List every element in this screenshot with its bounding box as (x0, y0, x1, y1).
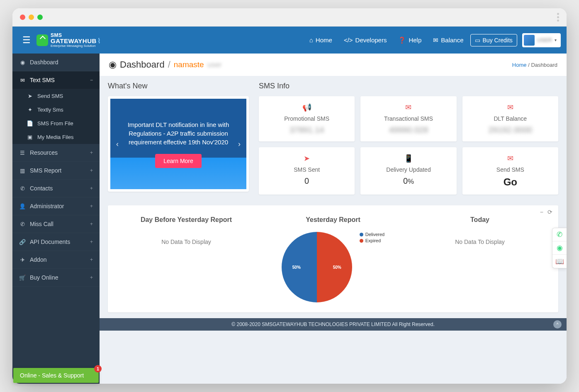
pie-label-delivered: 50% (333, 265, 341, 270)
nav-home[interactable]: ⌂Home (304, 33, 337, 47)
sidebar-sub-textly[interactable]: ✦Textly Sms (12, 103, 100, 117)
footer: © 2008-2020 SMSGATEWAYHUB TECHNOLOGIES P… (100, 318, 567, 331)
greeting: namaste (174, 60, 204, 69)
android-icon[interactable]: ◉ (552, 241, 567, 255)
envelope-icon: ✉ (405, 103, 411, 112)
whatsapp-icon[interactable]: ✆ (552, 228, 567, 241)
expand-icon: + (90, 168, 93, 173)
nav-balance[interactable]: ✉Balance (428, 33, 468, 47)
sidebar-item-resources[interactable]: ☰Resources+ (12, 144, 100, 162)
sidebar-submenu-text-sms: ➤Send SMS ✦Textly Sms 📄SMS From File ▣My… (12, 89, 100, 144)
floating-actions: ✆ ◉ 📖 (552, 228, 567, 268)
rocket-icon: ✈ (19, 257, 26, 263)
report-yesterday: Yesterday Report 50% 50% Delivered Expir… (264, 216, 402, 302)
expand-icon: + (90, 203, 93, 209)
logo-text: SMS GATEWAYHUB⌇ Enterprise Messaging Sol… (51, 33, 101, 48)
legend-swatch-delivered (360, 233, 363, 236)
sidebar-sub-media[interactable]: ▣My Media Files (12, 130, 100, 144)
refresh-icon[interactable]: ⟳ (547, 209, 552, 215)
legend-swatch-expired (360, 239, 363, 243)
expand-icon: + (90, 257, 93, 263)
buy-credits-button[interactable]: ▭Buy Credits (470, 34, 517, 46)
envelope-icon: ✉ (19, 77, 26, 83)
mobile-icon: 📱 (404, 154, 413, 163)
whats-new-carousel: ‹ › Important DLT notification in line w… (108, 96, 249, 192)
window-titlebar (12, 8, 567, 27)
user-name: USER (537, 37, 552, 43)
expand-icon: + (90, 150, 93, 156)
home-icon: ⌂ (309, 37, 313, 44)
sidebar-item-dashboard[interactable]: ◉Dashboard (12, 54, 100, 71)
menu-toggle-icon[interactable]: ☰ (18, 32, 35, 48)
expand-icon: + (90, 185, 93, 191)
nav-help[interactable]: ❓Help (393, 33, 426, 47)
dashboard-icon: ◉ (19, 59, 26, 66)
collapse-icon: − (90, 77, 93, 83)
user-icon: 👤 (19, 203, 26, 209)
media-icon: ▣ (27, 134, 33, 140)
expand-icon: + (90, 221, 93, 227)
sidebar-item-sms-report[interactable]: ▥SMS Report+ (12, 162, 100, 180)
chat-badge: 1 (94, 365, 102, 373)
carousel-text: Important DLT notification in line with … (125, 120, 231, 146)
breadcrumb-home[interactable]: Home (512, 62, 527, 68)
sidebar-item-contacts[interactable]: ✆Contacts+ (12, 180, 100, 197)
pie-label-expired: 50% (292, 265, 301, 270)
link-icon: 🔗 (19, 239, 26, 245)
reports-panel: − ⟳ Day Before Yesterday Report No Data … (108, 205, 558, 312)
sidebar: ◉Dashboard ✉Text SMS− ➤Send SMS ✦Textly … (12, 54, 100, 384)
carousel-next-icon[interactable]: › (234, 139, 245, 149)
envelope-icon: ✉ (507, 154, 513, 163)
sms-info-heading: SMS Info (259, 82, 558, 90)
card-delivery-updated[interactable]: 📱Delivery Updated0% (360, 147, 456, 195)
logo-icon (36, 34, 48, 46)
carousel-prev-icon[interactable]: ‹ (112, 139, 123, 149)
logo[interactable]: SMS GATEWAYHUB⌇ Enterprise Messaging Sol… (36, 33, 101, 48)
code-icon: </> (344, 37, 353, 44)
card-promotional-sms[interactable]: 📢Promotional SMS37891.14 (259, 96, 355, 141)
envelope-icon: ✉ (507, 103, 513, 112)
book-icon[interactable]: 📖 (552, 255, 567, 268)
send-icon: ➤ (304, 154, 310, 163)
report-day-before: Day Before Yesterday Report No Data To D… (117, 216, 255, 302)
card-transactional-sms[interactable]: ✉Transactional SMS49990.028 (360, 96, 456, 141)
sidebar-item-miss-call[interactable]: ✆Miss Call+ (12, 215, 100, 233)
top-nav-right: ⌂Home </>Developers ❓Help ✉Balance ▭Buy … (304, 33, 561, 47)
sidebar-item-api-docs[interactable]: 🔗API Documents+ (12, 233, 100, 251)
sidebar-sub-from-file[interactable]: 📄SMS From File (12, 117, 100, 130)
minimize-window-icon[interactable] (29, 15, 34, 20)
more-icon[interactable] (557, 13, 559, 22)
card-dlt-balance[interactable]: ✉DLT Balance29192.0000 (462, 96, 558, 141)
chevron-down-icon: ▾ (555, 38, 557, 42)
chat-support-button[interactable]: Online - Sales & Support 1 (13, 368, 99, 383)
share-icon: ✦ (27, 107, 33, 113)
maximize-window-icon[interactable] (37, 15, 43, 20)
close-window-icon[interactable] (20, 15, 25, 20)
chart-icon: ▥ (19, 168, 26, 174)
sidebar-item-addon[interactable]: ✈Addon+ (12, 251, 100, 269)
greeting-user: user (207, 61, 222, 69)
sidebar-sub-send-sms[interactable]: ➤Send SMS (12, 89, 100, 103)
expand-icon: + (90, 275, 93, 280)
main-body: ◉Dashboard ✉Text SMS− ➤Send SMS ✦Textly … (12, 54, 567, 384)
panel-tools: − ⟳ (540, 209, 552, 215)
breadcrumb: Home / Dashboard (512, 62, 557, 68)
scroll-top-button[interactable]: ^ (553, 320, 562, 329)
card-sms-sent[interactable]: ➤SMS Sent0 (259, 147, 355, 195)
expand-icon: + (90, 239, 93, 245)
nav-developers[interactable]: </>Developers (339, 33, 392, 47)
card-send-sms[interactable]: ✉Send SMSGo (462, 147, 558, 195)
sidebar-item-text-sms[interactable]: ✉Text SMS− (12, 71, 100, 89)
help-icon: ❓ (398, 37, 406, 44)
minimize-icon[interactable]: − (540, 209, 543, 215)
traffic-lights (20, 15, 43, 20)
app-shell: ☰ SMS GATEWAYHUB⌇ Enterprise Messaging S… (12, 27, 567, 384)
sidebar-item-administrator[interactable]: 👤Administrator+ (12, 197, 100, 215)
card-icon: ▭ (475, 37, 480, 44)
pie-legend: Delivered Expired (360, 232, 384, 244)
envelope-icon: ✉ (433, 37, 438, 44)
sidebar-item-buy-online[interactable]: 🛒Buy Online+ (12, 269, 100, 287)
learn-more-button[interactable]: Learn More (155, 154, 202, 168)
user-menu[interactable]: USER ▾ (522, 33, 561, 47)
bullhorn-icon: 📢 (302, 103, 311, 112)
